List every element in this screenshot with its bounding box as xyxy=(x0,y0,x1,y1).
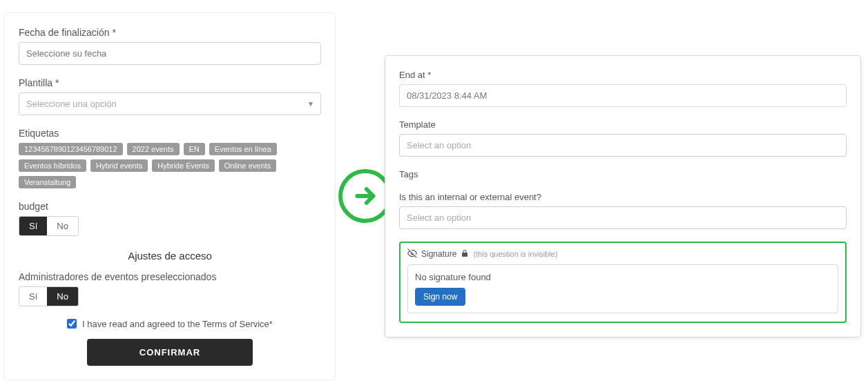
right-tags-field-group: Tags xyxy=(399,169,847,179)
access-settings-heading: Ajustes de acceso xyxy=(19,250,321,262)
tags-row: 12345678901234567890122022 eventsENEvent… xyxy=(19,143,321,188)
signature-body: No signature found Sign now xyxy=(407,264,838,313)
eye-off-icon xyxy=(407,248,417,260)
admins-no-button[interactable]: No xyxy=(47,287,78,306)
terms-checkbox[interactable] xyxy=(67,319,77,329)
budget-no-button[interactable]: No xyxy=(47,217,78,235)
lock-icon xyxy=(461,249,469,259)
admins-toggle: Sí No xyxy=(19,286,79,306)
confirm-button[interactable]: CONFIRMAR xyxy=(87,339,253,366)
template-label: Plantilla * xyxy=(19,77,321,88)
terms-text: I have read and agreed to the Terms of S… xyxy=(82,319,273,329)
budget-label: budget xyxy=(19,201,321,212)
tag[interactable]: Hybrid events xyxy=(90,159,148,172)
budget-field-group: budget Sí No xyxy=(19,201,321,236)
right-form-panel: End at * Template Select an option Tags … xyxy=(385,55,861,337)
right-tags-label: Tags xyxy=(399,169,847,179)
preselected-admins-label: Administradores de eventos preselecciona… xyxy=(19,271,321,282)
tag[interactable]: Hybride Events xyxy=(152,159,215,172)
internal-external-label: Is this an internal or external event? xyxy=(399,192,847,202)
internal-external-select[interactable]: Select an option xyxy=(399,206,847,229)
tag[interactable]: EN xyxy=(184,143,205,155)
end-date-input[interactable] xyxy=(19,42,321,65)
sign-now-button[interactable]: Sign now xyxy=(415,288,465,306)
tag[interactable]: Eventos en línea xyxy=(209,143,277,155)
tags-field-group: Etiquetas 12345678901234567890122022 eve… xyxy=(19,128,321,188)
tag[interactable]: 2022 events xyxy=(127,143,180,155)
signature-block: Signature (this question is invisible) N… xyxy=(399,242,847,323)
preselected-admins-group: Administradores de eventos preselecciona… xyxy=(19,271,321,306)
tags-label: Etiquetas xyxy=(19,128,321,139)
signature-invisible-note: (this question is invisible) xyxy=(473,250,557,258)
arrow-right-icon xyxy=(351,182,379,210)
tag[interactable]: 1234567890123456789012 xyxy=(19,143,123,155)
template-select[interactable]: Seleccione una opción xyxy=(19,92,321,115)
template-field-group: Plantilla * Seleccione una opción ▼ xyxy=(19,77,321,115)
end-date-field-group: Fecha de finalización * xyxy=(19,27,321,65)
left-form-panel: Fecha de finalización * Plantilla * Sele… xyxy=(4,12,336,380)
right-template-field-group: Template Select an option xyxy=(399,119,847,157)
admins-yes-button[interactable]: Sí xyxy=(19,287,47,306)
budget-yes-button[interactable]: Sí xyxy=(19,217,47,235)
end-at-field-group: End at * xyxy=(399,70,847,107)
end-at-label: End at * xyxy=(399,70,847,80)
signature-header: Signature (this question is invisible) xyxy=(407,248,838,260)
tag[interactable]: Online events xyxy=(219,159,276,172)
tag[interactable]: Eventos híbridos xyxy=(19,159,86,172)
signature-status: No signature found xyxy=(415,272,831,282)
internal-external-field-group: Is this an internal or external event? S… xyxy=(399,192,847,229)
terms-row: I have read and agreed to the Terms of S… xyxy=(19,319,321,329)
tag[interactable]: Veranstaltung xyxy=(19,176,76,188)
right-template-select[interactable]: Select an option xyxy=(399,134,847,157)
signature-label: Signature xyxy=(421,249,456,259)
end-date-label: Fecha de finalización * xyxy=(19,27,321,38)
end-at-input[interactable] xyxy=(399,84,847,107)
budget-toggle: Sí No xyxy=(19,216,79,236)
right-template-label: Template xyxy=(399,119,847,130)
